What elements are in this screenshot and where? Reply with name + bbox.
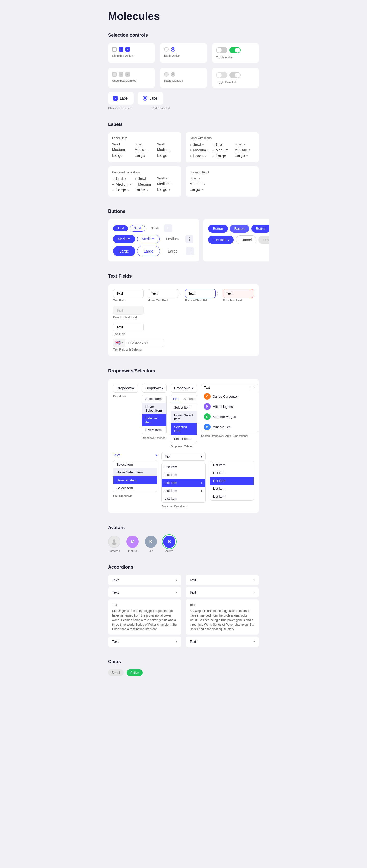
tab-second[interactable]: Second xyxy=(181,395,197,403)
btn-primary-medium[interactable]: Medium xyxy=(113,235,135,243)
branched-item-selected[interactable]: List item › xyxy=(162,479,205,487)
accordion-left-collapsed[interactable]: Text ▾ xyxy=(108,575,181,585)
label-icon-medium-1[interactable]: +Medium▾ xyxy=(190,148,210,152)
label-icon-small-1[interactable]: +Small▾ xyxy=(190,143,210,147)
label-icon-large-1[interactable]: +Large▾ xyxy=(190,154,210,158)
radio-labeled[interactable]: Label xyxy=(138,92,163,104)
accordion-left-bottom-collapsed[interactable]: Text ▾ xyxy=(108,637,181,647)
tab-first[interactable]: First xyxy=(171,395,181,403)
label-small-2[interactable]: Small xyxy=(135,143,155,146)
tabbed-item-2[interactable]: Select item xyxy=(171,435,197,443)
sub-item-selected[interactable]: List item xyxy=(210,477,254,485)
centered-medium-3[interactable]: Medium▾ xyxy=(157,182,177,186)
chip-small[interactable]: Small xyxy=(108,670,123,676)
branched-item-4[interactable]: List item xyxy=(162,495,205,502)
btn-outline-small[interactable]: Small xyxy=(130,225,145,231)
radio-unchecked[interactable] xyxy=(164,47,169,52)
toggle-off[interactable] xyxy=(216,47,227,53)
label-medium-2[interactable]: Medium xyxy=(135,148,155,152)
label-small-3[interactable]: Small xyxy=(157,143,177,146)
checkbox-checked[interactable] xyxy=(119,47,123,52)
search-input[interactable] xyxy=(204,385,247,390)
sub-item-3[interactable]: List item xyxy=(210,485,254,493)
checkbox-minus[interactable] xyxy=(125,47,130,52)
sub-item-1[interactable]: List item xyxy=(210,461,254,469)
centered-large-1[interactable]: +Large▾ xyxy=(112,188,133,192)
label-icon-large-3[interactable]: Large▾ xyxy=(234,153,255,158)
tf-phone-input[interactable] xyxy=(125,339,164,346)
search-result-4[interactable]: M Minerva Lee xyxy=(201,422,258,432)
branched-item-2[interactable]: List item xyxy=(162,471,205,479)
branched-item-3[interactable]: List item › xyxy=(162,487,205,495)
dropdown-tabbed-btn[interactable]: Dropdown ▾ xyxy=(171,384,197,393)
tf-focused[interactable] xyxy=(185,289,216,298)
accordion-right-collapsed[interactable]: Text ▾ xyxy=(186,575,259,585)
sub-item-2[interactable]: List item xyxy=(210,469,254,477)
label-medium-3[interactable]: Medium xyxy=(157,148,177,152)
tf-extra[interactable] xyxy=(113,323,144,332)
link-item-2[interactable]: Select item xyxy=(113,484,157,492)
dropdown-item-selected[interactable]: Selected item xyxy=(142,414,166,426)
centered-small-3[interactable]: Small▾ xyxy=(157,177,177,180)
branched-dropdown-btn[interactable]: Text ▾ xyxy=(161,452,205,461)
label-medium-1[interactable]: Medium xyxy=(112,148,133,152)
btn-plus-button[interactable]: +Button▾ xyxy=(208,236,234,244)
btn-ghost-small[interactable]: Small xyxy=(147,225,162,231)
label-large-1[interactable]: Large xyxy=(112,153,133,158)
centered-medium-2[interactable]: +Medium xyxy=(135,182,155,186)
link-item-hover[interactable]: Hover Select Item xyxy=(113,468,157,476)
btn-ghost-medium[interactable]: Medium xyxy=(162,235,184,243)
accordion-right-bottom-collapsed[interactable]: Text ▾ xyxy=(186,637,259,647)
sticky-small[interactable]: Small▾ xyxy=(190,177,255,180)
btn-right-3[interactable]: Button xyxy=(251,224,269,232)
tf-normal[interactable] xyxy=(113,289,144,298)
label-icon-small-2[interactable]: +Small xyxy=(212,143,232,147)
dropdown-item-select[interactable]: Select item xyxy=(142,395,166,403)
label-large-3[interactable]: Large xyxy=(157,153,177,158)
sticky-large[interactable]: Large▾ xyxy=(190,187,255,192)
dropdown-item-select2[interactable]: Select item xyxy=(142,426,166,434)
chip-active[interactable]: Active xyxy=(127,670,143,676)
search-clear-icon[interactable]: ✕ xyxy=(253,386,255,390)
btn-primary-large[interactable]: Large xyxy=(113,246,135,256)
toggle-on[interactable] xyxy=(229,47,241,53)
btn-right-1[interactable]: Button xyxy=(208,224,228,232)
btn-ghost-large[interactable]: Large xyxy=(162,246,184,256)
sub-item-4[interactable]: List item xyxy=(210,493,254,500)
btn-outline-large[interactable]: Large xyxy=(137,246,160,256)
label-small-1[interactable]: Small xyxy=(112,143,133,146)
btn-dots-small[interactable]: ⋮ xyxy=(164,224,172,232)
link-item-1[interactable]: Select item xyxy=(113,461,157,468)
label-icon-small-3[interactable]: Small▾ xyxy=(234,143,255,146)
centered-small-2[interactable]: +Small xyxy=(135,177,155,181)
label-icon-medium-2[interactable]: +Medium xyxy=(212,148,232,152)
radio-label-dot[interactable] xyxy=(143,96,147,100)
checkbox-labeled[interactable]: Label xyxy=(108,92,134,104)
tabbed-item-hover[interactable]: Hover Select Item xyxy=(171,411,197,423)
centered-small-1[interactable]: +Small▾ xyxy=(112,177,133,181)
btn-dots-medium[interactable]: ⋮ xyxy=(185,235,193,243)
tf-hover[interactable] xyxy=(148,289,178,298)
sticky-medium[interactable]: Medium▾ xyxy=(190,182,255,186)
search-result-2[interactable]: M Mittie Hughes xyxy=(201,401,258,412)
btn-cancel[interactable]: Cancel xyxy=(236,236,257,244)
btn-dots-large[interactable]: ⋮ xyxy=(186,247,194,255)
branched-item-1[interactable]: List item xyxy=(162,463,205,471)
label-icon-medium-3[interactable]: Medium▾ xyxy=(234,148,255,152)
tf-selector[interactable]: 🇬🇧 ▾ xyxy=(113,339,125,347)
label-icon-large-2[interactable]: +Large xyxy=(212,154,232,158)
link-dropdown-btn[interactable]: Text ▾ xyxy=(113,452,157,458)
dropdown-opened-btn[interactable]: Dropdown ▾ xyxy=(142,384,167,393)
search-result-1[interactable]: C Carlos Carpenter xyxy=(201,391,258,401)
label-large-2[interactable]: Large xyxy=(135,153,155,158)
btn-right-2[interactable]: Button xyxy=(230,224,249,232)
centered-large-2[interactable]: Large▾ xyxy=(135,188,155,192)
link-item-selected[interactable]: Selected item xyxy=(113,476,157,484)
tabbed-item-1[interactable]: Select item xyxy=(171,403,197,411)
tabbed-item-selected[interactable]: Selected item xyxy=(171,423,197,435)
tf-error[interactable] xyxy=(223,289,253,298)
centered-medium-1[interactable]: +Medium▾ xyxy=(112,182,133,186)
btn-primary-small[interactable]: Small xyxy=(113,225,128,231)
checkbox-unchecked[interactable] xyxy=(112,47,117,52)
simple-dropdown-btn[interactable]: Dropdown ▾ xyxy=(113,384,138,393)
